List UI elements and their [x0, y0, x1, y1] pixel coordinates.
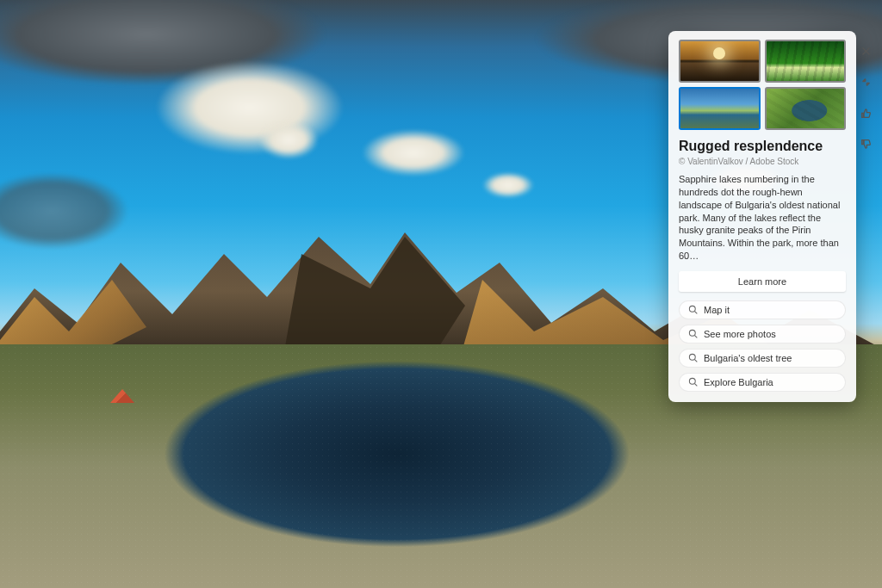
spotlight-attribution: © ValentinValkov / Adobe Stock [679, 157, 846, 166]
tent-graphic [110, 389, 134, 403]
learn-more-button[interactable]: Learn more [679, 271, 846, 292]
spotlight-title: Rugged resplendence [679, 139, 846, 154]
thumbnail-sunset-lake[interactable] [679, 40, 761, 83]
thumbs-down-icon [860, 139, 872, 150]
suggestion-label: Bulgaria's oldest tree [704, 353, 792, 363]
close-icon [860, 46, 872, 57]
wallpaper-thumbnails [679, 40, 846, 130]
search-icon [688, 377, 698, 387]
thumbnail-mountain-lake[interactable] [679, 87, 761, 130]
svg-line-1 [695, 312, 698, 314]
suggestion-map-it[interactable]: Map it [679, 300, 846, 319]
thumbs-up-icon [860, 108, 872, 119]
suggestion-label: Map it [704, 305, 730, 315]
svg-point-2 [689, 331, 695, 337]
dislike-button[interactable] [856, 134, 875, 153]
suggestion-label: See more photos [704, 329, 776, 339]
suggestion-label: Explore Bulgaria [704, 377, 773, 387]
suggestion-list: Map it See more photos Bulgaria's oldest… [679, 300, 846, 392]
svg-point-6 [689, 379, 695, 385]
svg-line-5 [695, 360, 698, 362]
minimize-button[interactable] [856, 72, 875, 91]
search-icon [688, 305, 698, 314]
minimize-icon [860, 77, 872, 88]
search-icon [688, 329, 698, 338]
thumbnail-bamboo-forest[interactable] [765, 40, 847, 83]
svg-point-4 [689, 355, 695, 361]
suggestion-bulgarias-oldest-tree[interactable]: Bulgaria's oldest tree [679, 349, 846, 368]
card-action-rail [856, 41, 875, 153]
svg-line-7 [695, 384, 698, 387]
suggestion-explore-bulgaria[interactable]: Explore Bulgaria [679, 373, 846, 392]
svg-line-3 [695, 336, 698, 338]
thumbnail-aerial-river[interactable] [765, 87, 847, 130]
search-icon [688, 353, 698, 362]
close-button[interactable] [856, 41, 875, 60]
svg-point-0 [689, 306, 695, 313]
spotlight-info-card: Rugged resplendence © ValentinValkov / A… [668, 31, 856, 402]
spotlight-description: Sapphire lakes numbering in the hundreds… [679, 173, 846, 263]
like-button[interactable] [856, 103, 875, 122]
suggestion-see-more-photos[interactable]: See more photos [679, 325, 846, 344]
